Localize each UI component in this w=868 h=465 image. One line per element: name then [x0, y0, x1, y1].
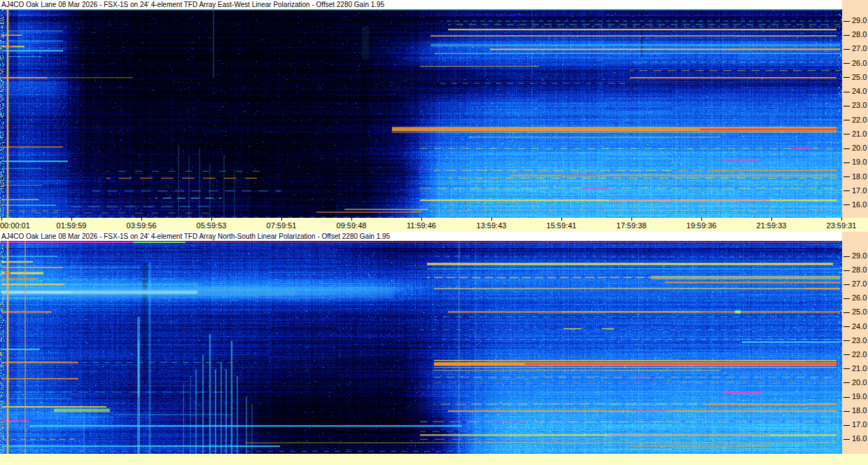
- time-tick-label: 05:59:53: [183, 221, 239, 230]
- frequency-axis-east-west: 29.028.027.026.025.024.023.022.021.020.0…: [842, 0, 868, 218]
- spectrogram-east-west[interactable]: [0, 9, 842, 218]
- freq-tick: [844, 397, 850, 398]
- time-tick-label: 03:59:56: [113, 221, 169, 230]
- time-tick: [211, 218, 212, 221]
- time-tick: [281, 218, 282, 221]
- time-tick-label: 17:59:38: [603, 221, 659, 230]
- freq-tick: [844, 204, 850, 205]
- freq-tick: [844, 411, 850, 412]
- freq-tick: [844, 312, 850, 313]
- freq-tick-label: 20.0: [852, 379, 867, 387]
- freq-tick: [844, 382, 850, 383]
- freq-tick-label: 29.0: [852, 252, 867, 260]
- time-tick: [141, 218, 142, 221]
- freq-tick: [844, 106, 850, 106]
- time-tick: [491, 218, 492, 221]
- time-tick-label: 23:59:31: [813, 221, 868, 230]
- time-tick-label: 07:59:51: [253, 221, 309, 230]
- freq-tick-label: 17.0: [852, 421, 867, 429]
- time-tick: [631, 218, 632, 221]
- freq-tick-label: 17.0: [852, 187, 867, 195]
- freq-tick: [844, 63, 850, 64]
- freq-tick: [844, 354, 850, 355]
- freq-tick-label: 28.0: [852, 266, 867, 274]
- panel-titlebar-north-south: AJ4CO Oak Lane 08 Mar 2026 - FSX-1S on 2…: [0, 232, 842, 241]
- spectrogram-north-south[interactable]: [0, 241, 842, 454]
- time-tick-label: 01:59:59: [43, 221, 99, 230]
- freq-tick-label: 24.0: [852, 323, 867, 331]
- freq-tick-label: 26.0: [852, 294, 867, 302]
- freq-tick: [844, 270, 850, 271]
- freq-tick-label: 21.0: [852, 365, 867, 373]
- time-tick-label: 19:59:36: [673, 221, 729, 230]
- time-tick: [841, 218, 842, 221]
- freq-tick-label: 21.0: [852, 130, 867, 138]
- panel-title-east-west: AJ4CO Oak Lane 08 Mar 2026 - FSX-1S on 2…: [1, 0, 384, 9]
- freq-tick: [844, 120, 850, 120]
- freq-tick-label: 18.0: [852, 407, 867, 415]
- freq-tick: [844, 49, 850, 50]
- freq-tick-label: 28.0: [852, 31, 867, 39]
- freq-tick-label: 19.0: [852, 393, 867, 401]
- freq-tick-label: 16.0: [852, 201, 867, 209]
- freq-tick-label: 25.0: [852, 308, 867, 316]
- freq-tick: [844, 21, 850, 22]
- freq-tick: [844, 340, 850, 341]
- panel-titlebar-east-west: AJ4CO Oak Lane 08 Mar 2026 - FSX-1S on 2…: [0, 0, 842, 9]
- freq-tick-label: 29.0: [852, 17, 867, 25]
- time-tick-label: 21:59:33: [743, 221, 799, 230]
- time-tick-label: 11:59:46: [393, 221, 449, 230]
- freq-tick-label: 20.0: [852, 144, 867, 152]
- freq-tick-label: 22.0: [852, 116, 867, 124]
- freq-tick: [844, 256, 850, 257]
- freq-tick: [844, 92, 850, 92]
- freq-tick: [844, 326, 850, 327]
- freq-tick-label: 22.0: [852, 351, 867, 359]
- freq-tick-label: 18.0: [852, 173, 867, 181]
- time-tick: [1, 218, 2, 221]
- time-tick: [351, 218, 352, 221]
- freq-tick: [844, 176, 850, 177]
- freq-tick-label: 27.0: [852, 45, 867, 53]
- time-tick: [421, 218, 422, 221]
- freq-tick-label: 24.0: [852, 88, 867, 95]
- freq-tick: [844, 134, 850, 134]
- time-tick-label: 09:59:48: [323, 221, 379, 230]
- freq-tick: [844, 148, 850, 149]
- time-tick: [71, 218, 72, 221]
- freq-tick: [844, 425, 850, 426]
- freq-tick-label: 19.0: [852, 158, 867, 166]
- freq-tick-label: 23.0: [852, 102, 867, 109]
- time-axis: 00:00:0101:59:5903:59:5605:59:5307:59:51…: [0, 218, 868, 232]
- time-tick: [561, 218, 562, 221]
- freq-tick: [844, 190, 850, 191]
- time-tick: [701, 218, 702, 221]
- freq-tick: [844, 35, 850, 36]
- freq-tick: [844, 439, 850, 440]
- freq-tick: [844, 77, 850, 78]
- freq-tick-label: 27.0: [852, 280, 867, 288]
- frequency-axis-north-south: 29.028.027.026.025.024.023.022.021.020.0…: [842, 232, 868, 454]
- bottom-time-axis-cropped: [0, 454, 868, 465]
- freq-tick: [844, 284, 850, 285]
- time-tick-label: 15:59:41: [533, 221, 589, 230]
- freq-tick: [844, 162, 850, 163]
- freq-tick: [844, 368, 850, 369]
- time-tick: [771, 218, 772, 221]
- freq-tick: [844, 298, 850, 299]
- freq-tick-label: 16.0: [852, 435, 867, 443]
- freq-tick-label: 26.0: [852, 60, 867, 67]
- time-tick-label: 13:59:43: [463, 221, 519, 230]
- freq-tick-label: 23.0: [852, 337, 867, 345]
- panel-title-north-south: AJ4CO Oak Lane 08 Mar 2026 - FSX-1S on 2…: [1, 232, 390, 241]
- spectrograph-viewer: AJ4CO Oak Lane 08 Mar 2026 - FSX-1S on 2…: [0, 0, 868, 465]
- freq-tick-label: 25.0: [852, 74, 867, 81]
